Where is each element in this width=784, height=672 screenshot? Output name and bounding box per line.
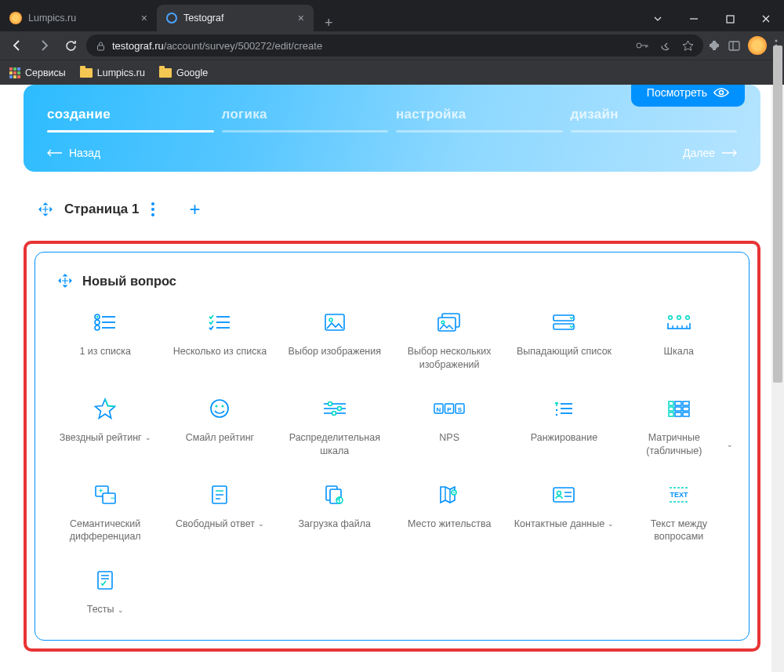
tab-close-icon[interactable]: × <box>298 12 304 24</box>
svg-point-45 <box>332 411 336 415</box>
profile-avatar[interactable] <box>748 36 767 55</box>
question-type-star[interactable]: Звездный рейтинг⌄ <box>51 394 159 458</box>
svg-point-37 <box>211 400 228 417</box>
dropdown-icon <box>552 307 575 337</box>
question-type-label: Матричные (табличные)⌄ <box>625 431 733 458</box>
scrollbar-thumb[interactable] <box>773 45 782 383</box>
image-icon <box>324 307 346 337</box>
panel-title: Новый вопрос <box>82 274 176 289</box>
svg-point-11 <box>96 316 99 318</box>
question-type-label: 1 из списка <box>79 345 131 358</box>
tab-title: Testograf <box>183 13 223 24</box>
svg-point-56 <box>556 414 557 416</box>
check-list-icon <box>208 307 231 337</box>
star-icon[interactable] <box>682 40 694 52</box>
question-type-nps[interactable]: NPSNPS <box>395 394 503 458</box>
svg-point-6 <box>775 40 778 42</box>
question-type-radio-list[interactable]: 1 из списка <box>51 307 159 372</box>
question-type-scale[interactable]: Шкала <box>625 307 733 372</box>
chevron-down-icon: ⌄ <box>258 519 264 529</box>
question-type-upload[interactable]: Загрузка файла <box>281 480 389 544</box>
move-icon[interactable] <box>38 202 53 217</box>
window-caret-icon[interactable] <box>640 6 676 31</box>
svg-rect-65 <box>683 412 689 416</box>
step-settings[interactable]: настройка <box>396 107 563 133</box>
svg-rect-2 <box>98 45 104 50</box>
reload-button[interactable] <box>60 35 82 56</box>
bookmark-folder[interactable]: Google <box>159 67 208 78</box>
browser-toolbar: testograf.ru/account/survey/500272/edit/… <box>0 31 784 60</box>
question-type-label: Выпадающий список <box>517 345 612 358</box>
question-type-test[interactable]: Тесты⌄ <box>51 565 159 616</box>
question-type-dropdown[interactable]: Выпадающий список <box>510 307 618 372</box>
panel-header: Новый вопрос <box>51 273 733 289</box>
wizard-next-link[interactable]: Далее <box>683 147 737 159</box>
maximize-icon[interactable] <box>712 6 748 31</box>
preview-button[interactable]: Посмотреть <box>631 85 745 107</box>
rank-icon <box>554 394 574 423</box>
bookmark-label: Lumpics.ru <box>97 67 145 78</box>
back-button[interactable] <box>6 35 28 56</box>
step-design[interactable]: дизайн <box>571 107 738 133</box>
location-icon <box>438 480 460 510</box>
question-type-text-block[interactable]: TEXTТекст между вопросами <box>625 480 733 544</box>
svg-point-3 <box>637 43 641 48</box>
svg-text:P: P <box>447 406 452 413</box>
question-type-rank[interactable]: Ранжирование <box>510 394 618 458</box>
highlight-frame: Новый вопрос 1 из спискаНесколько из спи… <box>24 241 760 652</box>
svg-rect-57 <box>669 401 673 405</box>
favicon-icon <box>166 13 177 24</box>
svg-rect-60 <box>669 407 673 411</box>
wizard-back-link[interactable]: Назад <box>47 147 100 159</box>
close-icon[interactable] <box>748 6 784 31</box>
tab-close-icon[interactable]: × <box>141 12 147 24</box>
page-content: Посмотреть создание логика настройка диз… <box>0 85 784 672</box>
question-type-label: Контактные данные⌄ <box>514 518 614 531</box>
question-type-contact[interactable]: Контактные данные⌄ <box>510 480 618 544</box>
bookmark-label: Google <box>176 67 208 78</box>
svg-point-82 <box>557 491 561 495</box>
key-icon[interactable] <box>636 42 648 49</box>
question-type-label: Загрузка файла <box>299 518 372 531</box>
bookmark-folder[interactable]: Lumpics.ru <box>80 67 145 78</box>
browser-tab[interactable]: Testograf × <box>157 5 314 31</box>
question-type-smile[interactable]: Смайл рейтинг <box>165 394 274 458</box>
browser-tab[interactable]: Lumpics.ru × <box>0 5 157 31</box>
sidepanel-icon[interactable] <box>728 40 740 52</box>
new-tab-button[interactable]: + <box>314 15 344 31</box>
question-type-matrix[interactable]: Матричные (табличные)⌄ <box>625 394 733 458</box>
move-icon[interactable] <box>57 273 73 289</box>
svg-rect-62 <box>683 407 689 411</box>
chevron-down-icon: ⌄ <box>727 440 733 449</box>
question-type-images[interactable]: Выбор нескольких изображений <box>395 307 503 372</box>
question-type-label: Смайл рейтинг <box>186 431 254 445</box>
question-type-sliders[interactable]: Распределительная шкала <box>281 394 389 458</box>
add-page-button[interactable]: + <box>189 198 200 220</box>
step-create[interactable]: создание <box>47 107 214 133</box>
svg-point-41 <box>328 401 332 405</box>
bookmark-apps[interactable]: Сервисы <box>9 67 66 78</box>
address-bar[interactable]: testograf.ru/account/survey/500272/edit/… <box>86 35 703 56</box>
svg-point-43 <box>337 406 341 410</box>
share-icon[interactable] <box>659 40 671 52</box>
question-type-label: Несколько из списка <box>173 345 267 358</box>
step-logic[interactable]: логика <box>222 107 389 133</box>
svg-text:S: S <box>458 406 463 413</box>
page-menu-icon[interactable] <box>151 202 154 216</box>
svg-point-27 <box>669 316 673 320</box>
question-type-image[interactable]: Выбор изображения <box>281 307 389 372</box>
extensions-icon[interactable] <box>708 39 720 52</box>
question-type-check-list[interactable]: Несколько из списка <box>165 307 274 372</box>
question-type-label: Выбор нескольких изображений <box>395 345 503 372</box>
question-type-free-text[interactable]: Свободный ответ⌄ <box>165 480 274 544</box>
question-type-label: Текст между вопросами <box>625 518 733 544</box>
question-type-location[interactable]: Место жительства <box>395 480 503 544</box>
question-type-semantic[interactable]: +−Семантический дифференциал <box>51 480 159 544</box>
svg-text:−: − <box>111 494 114 502</box>
matrix-icon <box>667 394 691 423</box>
svg-rect-81 <box>554 488 574 502</box>
minimize-icon[interactable] <box>676 6 712 31</box>
question-type-label: Место жительства <box>408 518 491 531</box>
forward-button[interactable] <box>33 35 55 56</box>
question-type-label: Свободный ответ⌄ <box>176 518 264 531</box>
